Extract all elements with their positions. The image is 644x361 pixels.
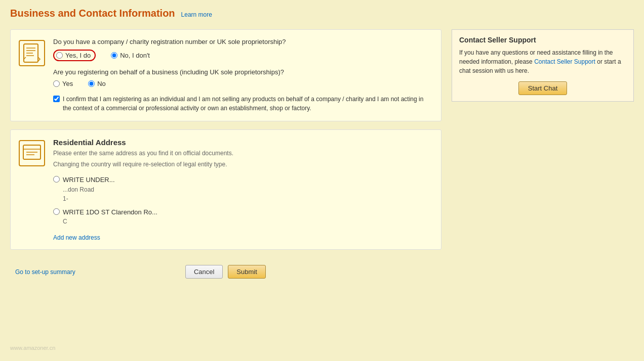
contact-seller-support-link[interactable]: Contact Seller Support <box>534 58 595 65</box>
submit-button[interactable]: Submit <box>228 265 265 279</box>
support-box: Contact Seller Support If you have any q… <box>452 29 634 102</box>
no-i-dont-option[interactable]: No, I don't <box>111 52 150 59</box>
confirm-row: I confirm that I am registering as an in… <box>53 95 431 113</box>
start-chat-button[interactable]: Start Chat <box>518 81 568 95</box>
footer-area: Go to set-up summary Cancel Submit <box>10 260 441 279</box>
yes-i-do-label: Yes, I do <box>65 52 91 59</box>
address-subtitle2: Changing the country will require re-sel… <box>53 160 431 169</box>
address1-details: WRITE UNDER... ...don Road 1- <box>63 175 115 203</box>
page-title: Business and Contact Information <box>10 8 175 19</box>
footer-nav: Go to set-up summary Cancel Submit <box>10 265 441 279</box>
registration-section: Do you have a company / charity registra… <box>10 29 441 121</box>
no2-radio[interactable] <box>88 80 95 87</box>
support-box-title: Contact Seller Support <box>459 36 626 44</box>
add-new-address-link[interactable]: Add new address <box>53 234 100 241</box>
learn-more-link[interactable]: Learn more <box>181 11 212 18</box>
question2-radio-group: Yes No <box>53 80 431 87</box>
yes-i-do-radio[interactable] <box>56 52 63 59</box>
yes-i-do-option[interactable]: Yes, I do <box>53 50 96 61</box>
registration-content: Do you have a company / charity registra… <box>53 38 431 113</box>
go-to-setup-link[interactable]: Go to set-up summary <box>15 268 75 276</box>
registration-icon <box>19 40 45 66</box>
footer-buttons: Cancel Submit <box>75 265 376 279</box>
yes2-option[interactable]: Yes <box>53 80 73 87</box>
address2-radio[interactable] <box>53 208 60 215</box>
address-content: Residential Address Please enter the sam… <box>53 138 431 241</box>
cancel-button[interactable]: Cancel <box>185 265 223 279</box>
question1-text: Do you have a company / charity registra… <box>53 38 431 46</box>
address-icon-graphic <box>19 140 45 166</box>
support-box-text: If you have any questions or need assist… <box>459 48 626 75</box>
address2-line2: C <box>63 217 157 226</box>
address2-line1: WRITE 1DO ST Clarendon Ro... <box>63 207 157 217</box>
confirm-text: I confirm that I am registering as an in… <box>63 95 431 113</box>
address-title: Residential Address <box>53 138 431 147</box>
yes2-radio[interactable] <box>53 80 60 87</box>
address1-line2: ...don Road <box>63 185 115 194</box>
question1-radio-group: Yes, I do No, I don't <box>53 50 431 61</box>
registration-icon-graphic <box>19 40 45 66</box>
watermark: www.amazoner.cn <box>10 345 55 351</box>
address1-line3: 1- <box>63 194 115 203</box>
no-i-dont-radio[interactable] <box>111 52 117 59</box>
address-option-2: WRITE 1DO ST Clarendon Ro... C <box>53 207 431 227</box>
address-section: Residential Address Please enter the sam… <box>10 129 441 250</box>
address-icon <box>19 140 45 166</box>
question2-text: Are you registering on behalf of a busin… <box>53 68 431 76</box>
yes2-label: Yes <box>62 80 73 87</box>
no2-label: No <box>97 80 106 87</box>
confirm-checkbox[interactable] <box>53 96 60 102</box>
address2-details: WRITE 1DO ST Clarendon Ro... C <box>63 207 157 227</box>
address-option-1: WRITE UNDER... ...don Road 1- <box>53 175 431 203</box>
address1-radio[interactable] <box>53 176 60 183</box>
address1-line1: WRITE UNDER... <box>63 175 115 185</box>
no2-option[interactable]: No <box>88 80 106 87</box>
no-i-dont-label: No, I don't <box>120 52 150 59</box>
content-area: Do you have a company / charity registra… <box>10 29 441 279</box>
address-subtitle1: Please enter the same address as you fin… <box>53 149 431 158</box>
